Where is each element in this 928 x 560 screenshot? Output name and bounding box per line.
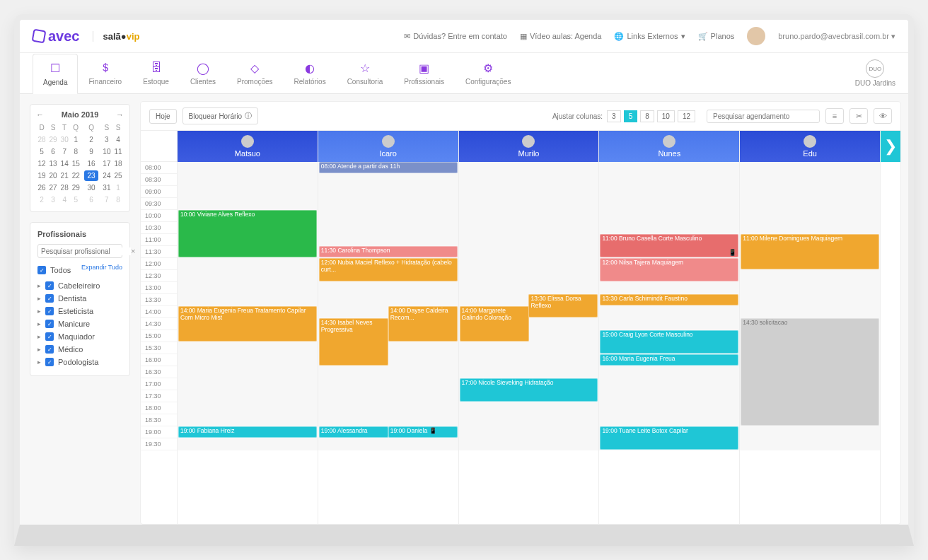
appointment[interactable]: 11:00 Milene Domingues Maquiagem	[741, 234, 879, 269]
cal-day[interactable]: 7	[101, 194, 112, 206]
appointment[interactable]: 13:30 Elissa Dorsa Reflexo	[528, 294, 598, 317]
col-opt-12[interactable]: 12	[678, 110, 695, 122]
tab-profissionais[interactable]: ▣Profissionais	[393, 53, 455, 93]
appointment[interactable]: 15:00 Craig Lyon Corte Masculino	[600, 330, 738, 354]
prof-category[interactable]: ▸✓Dentista	[37, 292, 122, 305]
appointment[interactable]: 14:00 Dayse Caldeira Recom...	[388, 306, 458, 342]
link-external[interactable]: 🌐Links Externos ▾	[614, 32, 685, 41]
cal-day[interactable]: 29	[70, 182, 81, 194]
cal-day[interactable]: 30	[59, 134, 70, 146]
cal-day[interactable]: 26	[36, 182, 47, 194]
appointment[interactable]: 19:00 Tuane Leite Botox Capilar	[600, 426, 738, 450]
cal-day[interactable]: 28	[59, 182, 70, 194]
cal-day[interactable]: 14	[59, 158, 70, 170]
cal-day[interactable]: 3	[47, 194, 59, 206]
appointment[interactable]: 17:00 Nicole Sieveking Hidratação	[460, 378, 598, 402]
user-email[interactable]: bruno.pardo@avecbrasil.com.br ▾	[778, 32, 895, 41]
search-appointments[interactable]	[707, 110, 820, 123]
cal-day[interactable]: 16	[81, 158, 101, 170]
appointment[interactable]: 19:00 Alessandra	[319, 426, 388, 438]
cal-day[interactable]: 31	[101, 182, 112, 194]
appointment[interactable]: 08:00 Atende a partir das 11h	[319, 162, 458, 173]
appointment[interactable]: 10:00 Viviane Alves Reflexo	[178, 210, 317, 257]
professional-header[interactable]: Matsuo	[178, 131, 318, 162]
cal-day[interactable]: 22	[70, 170, 81, 182]
brand-badge[interactable]: DUODUO Jardins	[855, 59, 895, 87]
appointment[interactable]: 11:00 Bruno Casella Corte Masculino📱	[600, 234, 738, 257]
cal-day[interactable]: 12	[36, 158, 47, 170]
cal-prev[interactable]: ←	[36, 110, 44, 119]
tab-promocoes[interactable]: ◇Promoções	[226, 53, 284, 93]
tab-financeiro[interactable]: ＄Financeiro	[78, 53, 132, 93]
cal-day[interactable]: 19	[36, 170, 47, 182]
appointment[interactable]: 14:30 solicitacao	[741, 318, 879, 426]
list-view-icon[interactable]: ≡	[825, 108, 844, 124]
cal-day[interactable]: 17	[101, 158, 112, 170]
cal-day[interactable]: 28	[36, 134, 47, 146]
clear-icon[interactable]: ×	[131, 247, 135, 255]
eye-icon[interactable]: 👁	[874, 108, 892, 124]
mini-calendar-grid[interactable]: DSTQQSS282930123456789101112131415161718…	[36, 122, 124, 206]
link-plans[interactable]: 🛒Planos	[698, 32, 735, 41]
cal-day[interactable]: 23	[81, 170, 101, 182]
tools-icon[interactable]: ✂	[849, 108, 868, 124]
cal-day[interactable]: 5	[36, 146, 47, 158]
cal-day[interactable]: 5	[70, 194, 81, 206]
cal-day[interactable]: 25	[112, 170, 124, 182]
professional-header[interactable]: Nunes	[599, 131, 739, 162]
link-contact[interactable]: ✉Dúvidas? Entre em contato	[404, 32, 507, 41]
prof-expand-all[interactable]: Expandir Tudo	[81, 264, 122, 276]
appointment[interactable]: 16:00 Maria Eugenia Freua	[600, 354, 738, 366]
prof-search-input[interactable]	[41, 247, 131, 255]
tab-estoque[interactable]: 🗄Estoque	[132, 53, 180, 93]
cal-day[interactable]: 7	[59, 146, 70, 158]
block-hour-button[interactable]: Bloquear Horário ⓘ	[182, 107, 259, 124]
cal-day[interactable]: 6	[47, 146, 59, 158]
cal-day[interactable]: 1	[112, 182, 124, 194]
cal-day[interactable]: 2	[36, 194, 47, 206]
tab-relatorios[interactable]: ◐Relatórios	[284, 53, 337, 93]
cal-day[interactable]: 2	[81, 134, 101, 146]
tab-consultoria[interactable]: ☆Consultoria	[337, 53, 394, 93]
cal-day[interactable]: 29	[47, 134, 59, 146]
cal-day[interactable]: 3	[101, 134, 112, 146]
appointment[interactable]: 13:30 Carla Schimindit Faustino	[600, 294, 738, 305]
appointment[interactable]: 11:30 Carolina Thompson	[319, 246, 458, 257]
cal-day[interactable]: 9	[81, 146, 101, 158]
cal-day[interactable]: 24	[101, 170, 112, 182]
cal-day[interactable]: 13	[47, 158, 59, 170]
cal-day[interactable]: 8	[112, 194, 124, 206]
cal-day[interactable]: 1	[70, 134, 81, 146]
cal-day[interactable]: 8	[70, 146, 81, 158]
professional-header[interactable]: Edu	[740, 131, 880, 162]
appointment[interactable]: 19:00 Daniela 📱	[388, 426, 458, 438]
link-videos[interactable]: ▦Vídeo aulas: Agenda	[520, 32, 602, 41]
cal-next[interactable]: →	[116, 110, 124, 119]
prof-category[interactable]: ▸✓Esteticista	[37, 305, 122, 317]
appointment[interactable]: 19:00 Fabiana Hreiz	[178, 426, 317, 438]
prof-category[interactable]: ▸✓Médico	[37, 343, 122, 356]
prof-category[interactable]: ▸✓Maquiador	[37, 330, 122, 343]
appointment[interactable]: 14:30 Isabel Neves Progressiva	[319, 318, 388, 366]
cal-day[interactable]: 20	[47, 170, 59, 182]
col-opt-3[interactable]: 3	[607, 110, 621, 122]
cal-day[interactable]: 4	[112, 134, 124, 146]
professional-header[interactable]: Murilo	[459, 131, 599, 162]
appointment[interactable]: 12:00 Nilsa Tajera Maquiagem	[600, 258, 738, 281]
cal-day[interactable]: 10	[101, 146, 112, 158]
cal-day[interactable]: 11	[112, 146, 124, 158]
prof-all[interactable]: ✓Todos	[37, 264, 71, 276]
col-opt-8[interactable]: 8	[640, 110, 654, 122]
col-opt-5[interactable]: 5	[624, 110, 638, 122]
professional-header[interactable]: Icaro	[318, 131, 458, 162]
appointment[interactable]: 14:00 Margarete Galindo Coloração	[460, 306, 529, 342]
prof-category[interactable]: ▸✓Podologista	[37, 356, 122, 368]
cal-day[interactable]: 18	[112, 158, 124, 170]
next-columns[interactable]: ❯	[881, 131, 900, 162]
tab-clientes[interactable]: ◯Clientes	[180, 53, 226, 93]
appointment[interactable]: 14:00 Maria Eugenia Freua Tratamento Cap…	[178, 306, 317, 342]
today-button[interactable]: Hoje	[149, 109, 177, 124]
cal-day[interactable]: 27	[47, 182, 59, 194]
prof-search[interactable]: ×	[37, 244, 122, 258]
cal-day[interactable]: 30	[81, 182, 101, 194]
